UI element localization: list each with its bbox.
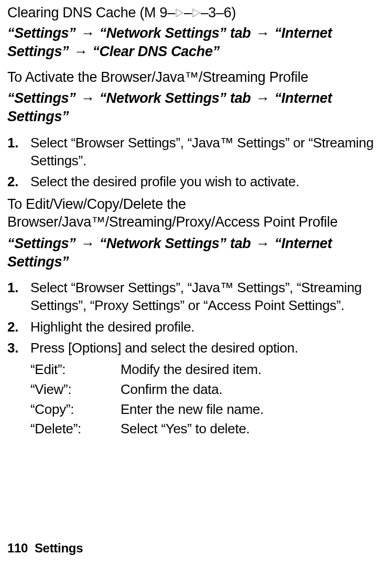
- section-heading-clear-dns: Clearing DNS Cache (M 9–––3–6): [7, 4, 385, 21]
- step-text: Highlight the desired profile.: [30, 319, 194, 335]
- section-subheading-activate: To Activate the Browser/Java™/Streaming …: [7, 69, 385, 87]
- option-label: “View”:: [30, 380, 121, 400]
- heading-prefix: Clearing DNS Cache (M 9–: [7, 5, 175, 20]
- path-part: “Clear DNS Cache”: [92, 44, 220, 59]
- path-part: “Settings”: [7, 90, 76, 106]
- list-item: 2. Select the desired profile you wish t…: [7, 173, 385, 190]
- arrow-icon: →: [255, 25, 271, 41]
- steps-activate: 1. Select “Browser Settings”, “Java™ Set…: [7, 134, 385, 191]
- list-item: 3. Press [Options] and select the desire…: [7, 339, 385, 357]
- step-number: 3.: [7, 339, 18, 357]
- page-section: Settings: [35, 541, 83, 555]
- path-part: “Settings”: [7, 236, 76, 251]
- nav-path-edit: “Settings” → “Network Settings” tab → “I…: [7, 234, 385, 271]
- option-desc: Select “Yes” to delete.: [121, 419, 250, 439]
- path-part: “Network Settings” tab: [100, 90, 251, 106]
- step-number: 2.: [7, 318, 18, 336]
- option-label: “Delete”:: [30, 419, 121, 439]
- nav-path-activate: “Settings” → “Network Settings” tab → “I…: [7, 89, 385, 126]
- option-desc: Enter the new file name.: [121, 400, 264, 420]
- arrow-icon: →: [255, 236, 271, 251]
- list-item: 1. Select “Browser Settings”, “Java™ Set…: [7, 279, 385, 315]
- option-label: “Copy”:: [30, 400, 121, 420]
- arrow-icon: →: [80, 90, 96, 106]
- arrow-icon: →: [73, 44, 89, 59]
- arrow-icon: →: [80, 25, 96, 41]
- right-triangle-icon: [192, 8, 201, 18]
- step-text: Select the desired profile you wish to a…: [30, 174, 299, 189]
- options-list: “Edit”: Modify the desired item. “View”:…: [7, 360, 385, 439]
- right-triangle-icon: [175, 8, 184, 18]
- option-row: “Edit”: Modify the desired item.: [7, 360, 385, 380]
- option-desc: Modify the desired item.: [121, 360, 262, 380]
- arrow-icon: →: [80, 236, 96, 251]
- step-number: 1.: [7, 279, 18, 296]
- path-part: “Settings”: [7, 25, 76, 41]
- dash: –: [184, 5, 192, 20]
- step-text: Press [Options] and select the desired o…: [30, 340, 298, 356]
- option-row: “View”: Confirm the data.: [7, 380, 385, 400]
- svg-marker-0: [176, 9, 183, 17]
- list-item: 2. Highlight the desired profile.: [7, 318, 385, 336]
- path-part: “Network Settings” tab: [100, 236, 251, 251]
- option-row: “Delete”: Select “Yes” to delete.: [7, 419, 385, 439]
- option-desc: Confirm the data.: [121, 380, 222, 400]
- step-text: Select “Browser Settings”, “Java™ Settin…: [30, 280, 362, 313]
- nav-path-clear-dns: “Settings” → “Network Settings” tab → “I…: [7, 24, 385, 61]
- section-subheading-edit: To Edit/View/Copy/Delete the Browser/Jav…: [7, 196, 385, 231]
- arrow-icon: →: [255, 90, 271, 106]
- steps-edit: 1. Select “Browser Settings”, “Java™ Set…: [7, 279, 385, 357]
- list-item: 1. Select “Browser Settings”, “Java™ Set…: [7, 134, 385, 170]
- step-number: 1.: [7, 134, 18, 152]
- step-text: Select “Browser Settings”, “Java™ Settin…: [30, 135, 374, 168]
- option-label: “Edit”:: [30, 360, 121, 380]
- step-number: 2.: [7, 173, 18, 190]
- page-footer: 110 Settings: [7, 541, 83, 556]
- page-number: 110: [7, 541, 28, 555]
- heading-suffix: –3–6): [201, 5, 236, 20]
- path-part: “Network Settings” tab: [100, 25, 251, 41]
- svg-marker-1: [193, 9, 200, 17]
- option-row: “Copy”: Enter the new file name.: [7, 400, 385, 420]
